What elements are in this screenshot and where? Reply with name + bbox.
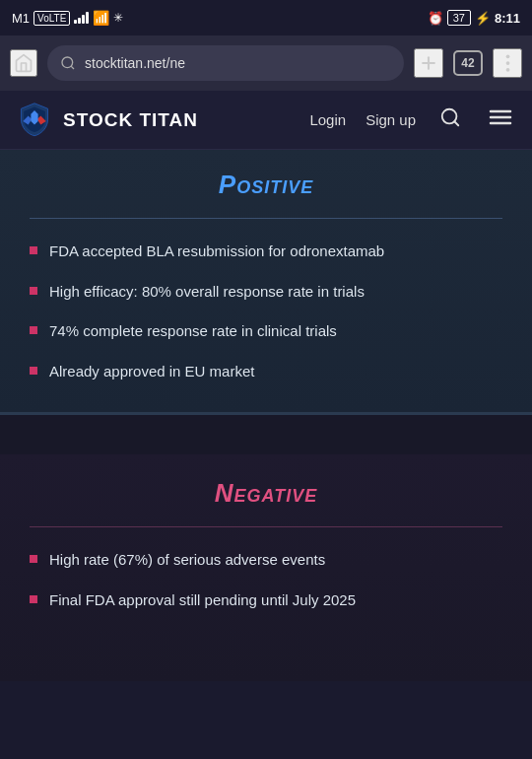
battery-indicator: 37	[447, 10, 471, 26]
svg-line-1	[71, 66, 74, 69]
list-item: Final FDA approval still pending until J…	[30, 589, 502, 612]
bullet-icon	[30, 287, 37, 295]
time-display: 8:11	[495, 11, 520, 26]
svg-point-5	[505, 61, 509, 65]
positive-item-4: Already approved in EU market	[49, 361, 254, 383]
svg-point-0	[62, 57, 73, 68]
svg-line-8	[454, 121, 458, 125]
positive-item-3: 74% complete response rate in clinical t…	[49, 320, 337, 343]
signal-icon	[74, 12, 89, 24]
signup-link[interactable]: Sign up	[366, 111, 416, 128]
negative-item-1: High rate (67%) of serious adverse event…	[49, 549, 325, 572]
new-tab-button[interactable]	[414, 48, 443, 78]
volte-badge: VoLTE	[33, 11, 70, 26]
negative-divider	[30, 526, 502, 527]
extra-icon: ✳	[113, 11, 123, 25]
logo-text: STOCK TITAN	[63, 109, 198, 131]
list-item: Already approved in EU market	[30, 361, 502, 383]
negative-title: Negative	[30, 478, 502, 509]
nav-bar: STOCK TITAN Login Sign up	[0, 91, 532, 150]
hamburger-menu-button[interactable]	[485, 103, 516, 137]
status-right: ⏰ 37 ⚡ 8:11	[428, 10, 520, 26]
site-security-icon	[59, 54, 77, 72]
list-item: 74% complete response rate in clinical t…	[30, 320, 502, 343]
main-content: Positive FDA accepted BLA resubmission f…	[0, 150, 532, 681]
positive-item-1: FDA accepted BLA resubmission for odrone…	[49, 241, 384, 263]
status-bar: M1 VoLTE 📶 ✳ ⏰ 37 ⚡ 8:11	[0, 0, 532, 35]
positive-divider	[30, 218, 502, 219]
browser-home-button[interactable]	[10, 49, 37, 77]
negative-section: Negative High rate (67%) of serious adve…	[0, 454, 532, 681]
svg-point-6	[505, 68, 509, 72]
wifi-icon: 📶	[93, 10, 109, 26]
svg-point-4	[505, 54, 509, 58]
search-button[interactable]	[435, 103, 465, 137]
browser-bar: stocktitan.net/ne 42	[0, 35, 532, 91]
carrier-label: M1	[12, 11, 30, 26]
negative-item-2: Final FDA approval still pending until J…	[49, 589, 356, 612]
bullet-icon	[30, 326, 37, 334]
url-text: stocktitan.net/ne	[85, 55, 185, 71]
positive-list: FDA accepted BLA resubmission for odrone…	[30, 241, 502, 382]
browser-menu-button[interactable]	[493, 48, 522, 78]
nav-links: Login Sign up	[309, 103, 516, 137]
charging-icon: ⚡	[475, 11, 491, 26]
bullet-icon	[30, 555, 37, 563]
section-gap	[0, 415, 532, 454]
list-item: High efficacy: 80% overall response rate…	[30, 281, 502, 304]
logo[interactable]: STOCK TITAN	[16, 102, 198, 139]
bullet-icon	[30, 246, 37, 254]
bullet-icon	[30, 367, 37, 375]
positive-title: Positive	[30, 170, 502, 200]
status-left: M1 VoLTE 📶 ✳	[12, 10, 123, 26]
list-item: FDA accepted BLA resubmission for odrone…	[30, 241, 502, 263]
bullet-icon	[30, 595, 37, 603]
positive-item-2: High efficacy: 80% overall response rate…	[49, 281, 365, 304]
list-item: High rate (67%) of serious adverse event…	[30, 549, 502, 572]
url-bar[interactable]: stocktitan.net/ne	[47, 45, 404, 81]
logo-icon	[16, 102, 53, 139]
login-link[interactable]: Login	[309, 111, 346, 128]
alarm-icon: ⏰	[428, 11, 443, 26]
browser-actions: 42	[414, 48, 522, 78]
tab-count-badge[interactable]: 42	[453, 50, 483, 76]
negative-list: High rate (67%) of serious adverse event…	[30, 549, 502, 611]
positive-section: Positive FDA accepted BLA resubmission f…	[0, 150, 532, 415]
